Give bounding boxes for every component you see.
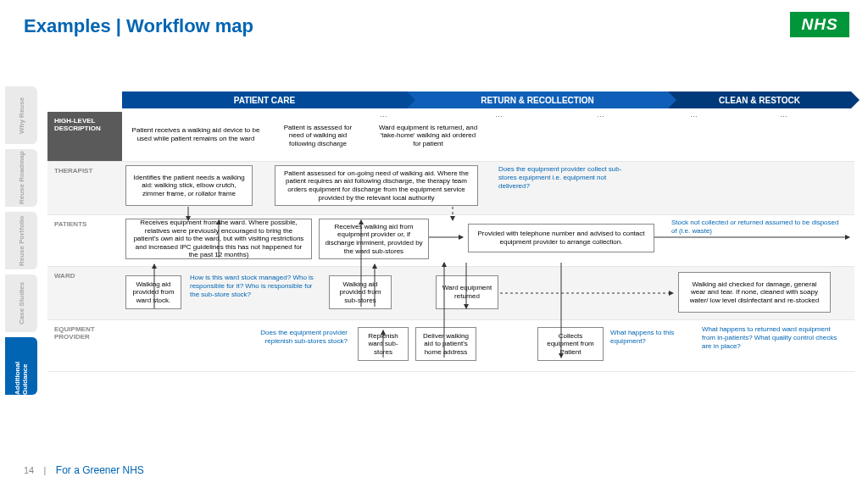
- box-hl2: Patient is assessed for need of walking …: [271, 120, 364, 151]
- footer-sep: |: [44, 465, 47, 475]
- box-t2: Patient assessed for on-going need of wa…: [275, 165, 478, 206]
- footer-text: For a Greener NHS: [56, 464, 144, 476]
- row-patients: PATIENTS Receives equipment from the war…: [47, 215, 854, 267]
- rowlabel-therapist: THERAPIST: [47, 162, 122, 214]
- page-title: Examples | Workflow map: [24, 15, 253, 37]
- rowlabel-high-level: HIGH-LEVEL DESCRIPTION: [47, 112, 122, 161]
- box-e1: Replenish ward sub-stores: [358, 327, 409, 361]
- ellipsis: …: [380, 110, 387, 119]
- box-hl1: Patient receives a walking aid device to…: [125, 117, 266, 152]
- box-w3: Ward equipment returned: [436, 275, 498, 309]
- tab-additional-guidance[interactable]: Additional Guidance: [5, 337, 37, 395]
- note-n1: Does the equipment provider collect sub-…: [498, 165, 634, 191]
- box-w2: Walking aid provided from sub-stores: [329, 275, 392, 309]
- row-ward: WARD Walking aid provided from ward stoc…: [47, 267, 854, 320]
- box-e2: Deliver walking aid to patient's home ad…: [415, 327, 476, 361]
- nhs-logo: NHS: [790, 12, 849, 37]
- tab-reuse-roadmap[interactable]: Reuse Roadmap: [5, 149, 37, 207]
- box-hl3: Ward equipment is returned, and 'take-ho…: [373, 119, 483, 152]
- ellipsis: …: [495, 110, 503, 119]
- note-n5: What happens to this equipment?: [610, 329, 692, 346]
- rowlabel-equipment-provider: EQUIPMENT PROVIDER: [47, 320, 122, 371]
- tab-reuse-portfolio[interactable]: Reuse Portfolio: [5, 212, 37, 269]
- box-w4: Walking aid checked for damage, general …: [678, 272, 831, 313]
- box-t1: Identifies the patient needs a walking a…: [125, 165, 253, 206]
- row-high-level: HIGH-LEVEL DESCRIPTION Patient receives …: [47, 112, 854, 162]
- ellipsis: …: [780, 110, 787, 119]
- tab-why-reuse[interactable]: Why Reuse: [5, 86, 37, 144]
- row-equipment-provider: EQUIPMENT PROVIDER Does the equipment pr…: [47, 320, 854, 372]
- box-e3: Collects equipment from Patient: [537, 327, 604, 361]
- side-tabs: Why Reuse Reuse Roadmap Reuse Portfolio …: [5, 86, 37, 400]
- row-therapist: THERAPIST Identifies the patient needs a…: [47, 162, 854, 215]
- box-p1: Receives equipment from the ward. Where …: [125, 219, 312, 259]
- tab-case-studies[interactable]: Case Studies: [5, 274, 37, 332]
- note-n6: What happens to returned ward equipment …: [702, 325, 844, 351]
- box-w1: Walking aid provided from ward stock.: [125, 275, 181, 309]
- phase-clean-restock: CLEAN & RESTOCK: [668, 92, 851, 108]
- box-p2: Receives walking aid from equipment prov…: [319, 219, 429, 259]
- ellipsis: …: [690, 110, 698, 119]
- rowlabel-patients: PATIENTS: [47, 215, 122, 266]
- note-n2: Stock not collected or returned assumed …: [671, 219, 841, 236]
- ellipsis: …: [597, 110, 604, 119]
- note-n3: How is this ward stock managed? Who is r…: [190, 274, 322, 299]
- rowlabel-ward: WARD: [47, 267, 122, 319]
- phase-return-recollection: RETURN & RECOLLECTION: [407, 92, 668, 108]
- box-p3: Provided with telephone number and advis…: [468, 224, 654, 252]
- footer: 14 | For a Greener NHS: [24, 464, 144, 476]
- page-number: 14: [24, 465, 34, 475]
- note-n4: Does the equipment provider replenish su…: [237, 329, 348, 346]
- phase-header: PATIENT CARE RETURN & RECOLLECTION CLEAN…: [122, 92, 851, 108]
- swimlane-grid: HIGH-LEVEL DESCRIPTION Patient receives …: [47, 112, 854, 372]
- phase-patient-care: PATIENT CARE: [122, 92, 407, 108]
